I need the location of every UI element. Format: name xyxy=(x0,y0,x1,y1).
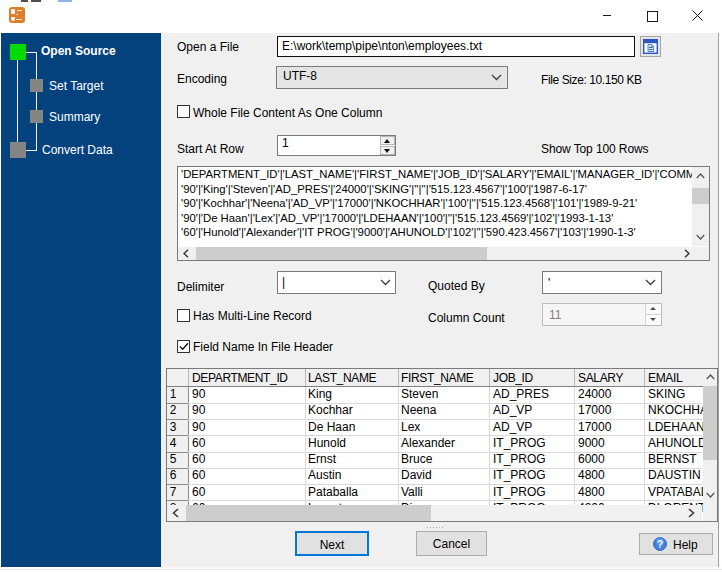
svg-text:?: ? xyxy=(657,539,663,550)
